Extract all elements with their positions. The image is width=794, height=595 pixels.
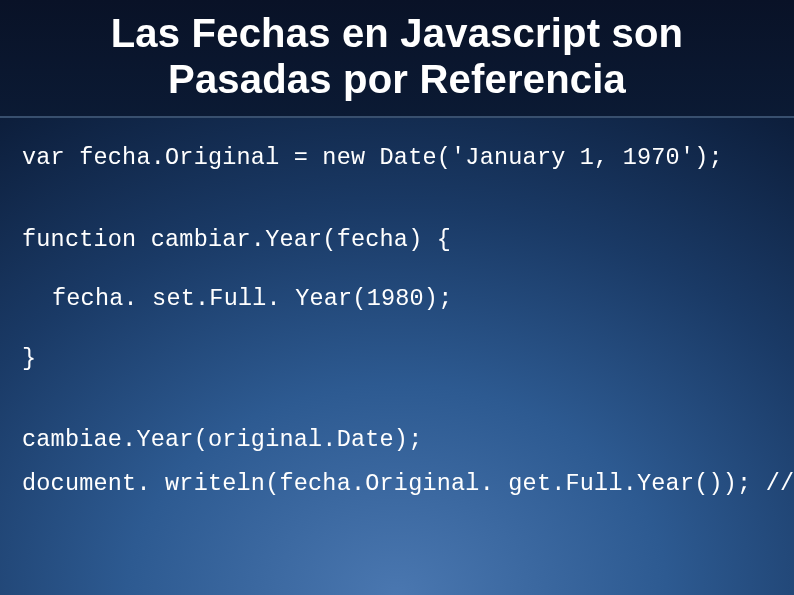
code-line-3: fecha. set.Full. Year(1980); — [22, 287, 772, 311]
code-line-1: var fecha.Original = new Date('January 1… — [22, 146, 772, 170]
code-line-2: function cambiar.Year(fecha) { — [22, 228, 772, 252]
code-line-6: document. writeln(fecha.Original. get.Fu… — [22, 472, 772, 496]
code-block: var fecha.Original = new Date('January 1… — [0, 118, 794, 495]
code-line-5: cambiae.Year(original.Date); — [22, 428, 772, 452]
code-line-4: } — [22, 347, 772, 371]
slide-title: Las Fechas en Javascript son Pasadas por… — [70, 10, 724, 102]
title-container: Las Fechas en Javascript son Pasadas por… — [0, 0, 794, 118]
